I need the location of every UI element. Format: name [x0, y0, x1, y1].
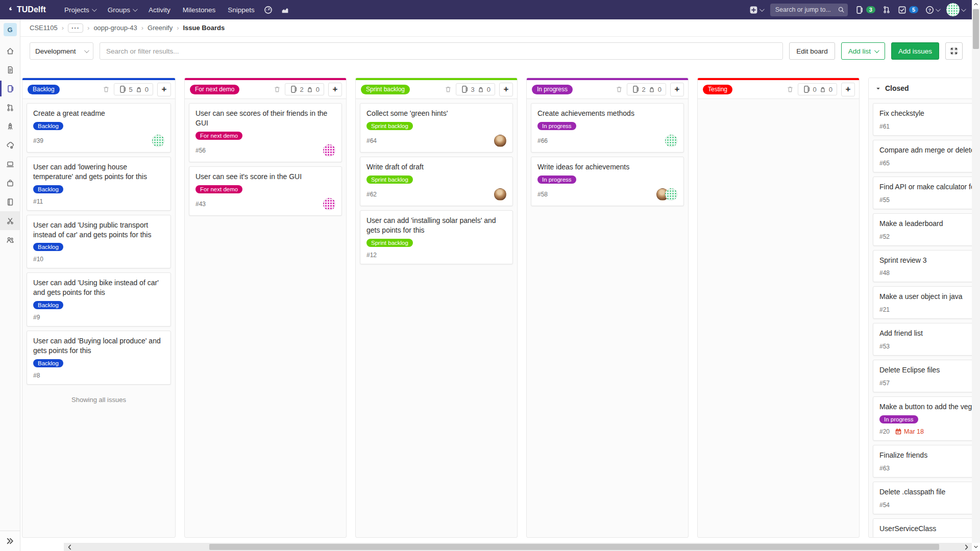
- label-pill[interactable]: For next demo: [195, 132, 242, 140]
- label-pill[interactable]: Backlog: [33, 122, 63, 130]
- sidebar-item-operations[interactable]: [0, 136, 20, 155]
- label-pill[interactable]: Sprint backlog: [366, 122, 413, 130]
- issue-card[interactable]: Make a button to add the vegetarianIn pr…: [873, 396, 972, 441]
- label-pill[interactable]: Backlog: [33, 301, 63, 309]
- issue-card[interactable]: Delete .classpath file#54: [873, 482, 972, 514]
- issue-card[interactable]: Make a leaderboard#52: [873, 213, 972, 246]
- nav-item-groups[interactable]: Groups: [103, 3, 141, 17]
- sidebar-item-repository[interactable]: [0, 60, 20, 79]
- todos-nav-button[interactable]: 5: [898, 6, 918, 14]
- horizontal-scroll-thumb[interactable]: [209, 544, 939, 550]
- label-pill[interactable]: In progress: [537, 176, 576, 184]
- scroll-up-arrow[interactable]: [972, 0, 980, 8]
- label-pill[interactable]: In progress: [879, 415, 918, 423]
- breadcrumb-item[interactable]: oopp-group-43: [93, 24, 137, 32]
- add-issues-button[interactable]: Add issues: [891, 42, 939, 60]
- issue-card[interactable]: User can see it's score in the GUIFor ne…: [189, 166, 342, 216]
- issue-card[interactable]: Collect some 'green hints'Sprint backlog…: [360, 103, 513, 153]
- sidebar-item-snippets[interactable]: [0, 211, 20, 230]
- nav-item-activity[interactable]: Activity: [143, 3, 176, 17]
- label-pill[interactable]: For next demo: [195, 185, 242, 193]
- issue-card[interactable]: Make a user object in java#21: [873, 286, 972, 319]
- sidebar-item-members[interactable]: [0, 230, 20, 249]
- breadcrumb-ellipsis-button[interactable]: ···: [68, 23, 83, 33]
- issue-card[interactable]: Add friend list#53: [873, 323, 972, 356]
- issue-card[interactable]: User can add 'Using bike instead of car'…: [27, 272, 171, 327]
- add-issue-to-list-button[interactable]: +: [499, 83, 513, 96]
- issue-card[interactable]: User can see scores of their friends in …: [189, 103, 342, 162]
- scroll-down-arrow[interactable]: [972, 543, 980, 551]
- operations-dashboard-icon[interactable]: [260, 3, 277, 17]
- add-issue-to-list-button[interactable]: +: [328, 83, 342, 96]
- fullscreen-button[interactable]: [945, 42, 963, 60]
- issue-card[interactable]: User can add 'Buying local produce' and …: [27, 331, 171, 385]
- sidebar-item-merge-requests[interactable]: [0, 98, 20, 117]
- nav-item-projects[interactable]: Projects: [59, 3, 101, 17]
- new-menu-button[interactable]: [749, 6, 763, 14]
- sidebar-item-environments[interactable]: [0, 155, 20, 173]
- global-search-input[interactable]: [770, 4, 848, 16]
- column-label-pill[interactable]: Testing: [703, 85, 732, 94]
- issues-nav-button[interactable]: 3: [855, 6, 875, 14]
- issue-card[interactable]: User can add 'Using public transport ins…: [27, 215, 171, 269]
- assignee-avatar[interactable]: [665, 188, 677, 201]
- issue-card[interactable]: Find API or make calculator for CO2#55: [873, 177, 972, 209]
- issue-card[interactable]: Delete Eclipse files#57: [873, 360, 972, 392]
- board-switcher-select[interactable]: Development: [30, 42, 93, 60]
- scroll-right-arrow[interactable]: [961, 543, 972, 551]
- issue-card[interactable]: Finalize friends#63: [873, 445, 972, 478]
- column-label-pill[interactable]: Backlog: [28, 85, 60, 94]
- label-pill[interactable]: In progress: [537, 122, 576, 130]
- assignee-avatar[interactable]: [323, 198, 335, 210]
- breadcrumb-item[interactable]: CSE1105: [30, 24, 58, 32]
- add-issue-to-list-button[interactable]: +: [670, 83, 684, 96]
- nav-item-milestones[interactable]: Milestones: [178, 3, 221, 17]
- scroll-left-arrow[interactable]: [64, 543, 75, 551]
- column-card-list[interactable]: User can see scores of their friends in …: [185, 99, 346, 537]
- charts-icon[interactable]: [277, 3, 293, 17]
- breadcrumb-item[interactable]: Greenify: [148, 24, 173, 32]
- horizontal-scrollbar[interactable]: [64, 543, 972, 551]
- assignee-avatar[interactable]: [665, 135, 677, 147]
- add-list-button[interactable]: Add list: [841, 42, 885, 60]
- sidebar-item-packages[interactable]: [0, 173, 20, 192]
- edit-board-button[interactable]: Edit board: [789, 42, 835, 60]
- sidebar-item-ci-cd[interactable]: [0, 117, 20, 136]
- label-pill[interactable]: Sprint backlog: [366, 239, 413, 247]
- nav-item-snippets[interactable]: Snippets: [223, 3, 260, 17]
- vertical-scrollbar[interactable]: [972, 0, 980, 551]
- issue-card[interactable]: Create achievements methodsIn progress#6…: [531, 103, 684, 153]
- label-pill[interactable]: Backlog: [33, 185, 63, 193]
- label-pill[interactable]: Sprint backlog: [366, 176, 413, 184]
- vertical-scroll-thumb[interactable]: [973, 9, 979, 49]
- column-card-list[interactable]: Create achievements methodsIn progress#6…: [527, 99, 688, 537]
- column-label-pill[interactable]: For next demo: [190, 85, 239, 94]
- issue-card[interactable]: Compare adn merge or delete old b#65: [873, 140, 972, 172]
- help-menu-button[interactable]: ?: [925, 6, 939, 14]
- assignee-avatar[interactable]: [323, 144, 335, 157]
- merge-requests-nav-button[interactable]: [883, 6, 891, 14]
- issue-card[interactable]: Write draft of draftSprint backlog#62: [360, 157, 513, 206]
- label-pill[interactable]: Backlog: [33, 243, 63, 251]
- column-card-list[interactable]: [698, 99, 859, 537]
- issue-card[interactable]: Create a great readmeBacklog#39: [27, 103, 171, 153]
- issue-card[interactable]: Fix checkstyle#61: [873, 103, 972, 136]
- column-label-pill[interactable]: In progress: [532, 85, 573, 94]
- column-card-list[interactable]: Collect some 'green hints'Sprint backlog…: [356, 99, 517, 537]
- column-card-list[interactable]: Create a great readmeBacklog#39User can …: [22, 99, 175, 537]
- issue-card[interactable]: User can add 'installing solar panels' a…: [360, 210, 513, 264]
- issue-card[interactable]: Write ideas for achievementsIn progress#…: [531, 157, 684, 206]
- assignee-avatar[interactable]: [494, 188, 506, 201]
- issue-card[interactable]: UserServiceClass#50: [873, 518, 972, 537]
- sidebar-item-project-overview[interactable]: [0, 41, 20, 60]
- add-issue-to-list-button[interactable]: +: [841, 83, 855, 96]
- add-issue-to-list-button[interactable]: +: [157, 83, 171, 96]
- issue-card[interactable]: User can add 'lowering house temperature…: [27, 157, 171, 211]
- sidebar-item-issue-boards[interactable]: [0, 79, 20, 98]
- collapse-sidebar-button[interactable]: [0, 531, 20, 551]
- user-menu-button[interactable]: [946, 3, 965, 16]
- label-pill[interactable]: Backlog: [33, 359, 63, 367]
- tudelft-logo[interactable]: TUDelft: [7, 5, 46, 14]
- project-avatar[interactable]: G: [4, 23, 17, 36]
- breadcrumb-item[interactable]: Issue Boards: [183, 24, 225, 32]
